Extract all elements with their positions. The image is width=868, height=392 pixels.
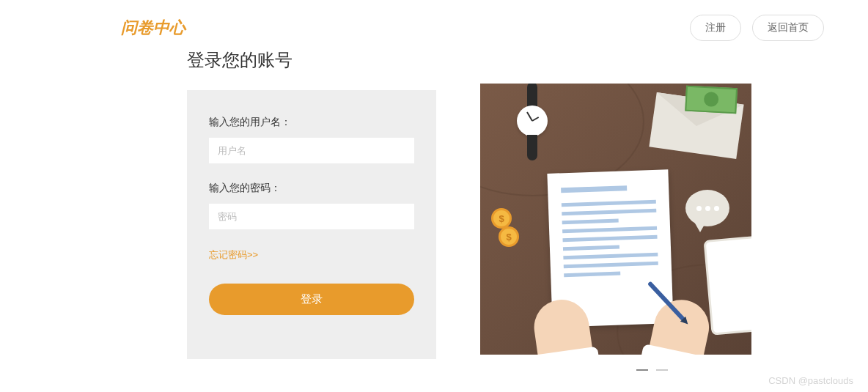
speech-bubble-icon: [685, 190, 729, 226]
login-form: 输入您的用户名： 输入您的密码： 忘记密码>> 登录: [187, 90, 436, 359]
back-home-button[interactable]: 返回首页: [752, 15, 824, 41]
password-group: 输入您的密码：: [209, 182, 414, 229]
header: 问卷中心 注册 返回首页: [0, 0, 868, 48]
hero-illustration: [480, 84, 751, 355]
left-hand-icon: [531, 296, 595, 355]
watch-icon: [517, 106, 548, 136]
login-button[interactable]: 登录: [209, 284, 414, 315]
login-column: 登录您的账号 输入您的用户名： 输入您的密码： 忘记密码>> 登录: [187, 48, 436, 374]
main-content: 登录您的账号 输入您的用户名： 输入您的密码： 忘记密码>> 登录: [0, 48, 868, 374]
username-field[interactable]: [209, 138, 414, 163]
coin-icon: [491, 208, 512, 229]
carousel-indicators: [480, 360, 824, 374]
money-icon: [685, 86, 738, 114]
carousel-dot[interactable]: [656, 369, 668, 371]
page-title: 登录您的账号: [187, 48, 436, 72]
header-actions: 注册 返回首页: [690, 15, 824, 41]
username-group: 输入您的用户名：: [209, 116, 414, 163]
password-label: 输入您的密码：: [209, 182, 414, 195]
register-button[interactable]: 注册: [690, 15, 741, 41]
username-label: 输入您的用户名：: [209, 116, 414, 129]
coin-icon: [499, 226, 519, 247]
forgot-password-link[interactable]: 忘记密码>>: [209, 248, 258, 262]
password-field[interactable]: [209, 204, 414, 229]
illustration-column: [480, 48, 824, 374]
carousel-dot[interactable]: [636, 369, 648, 371]
site-logo: 问卷中心: [121, 17, 185, 39]
watermark-text: CSDN @pastclouds: [768, 375, 853, 386]
